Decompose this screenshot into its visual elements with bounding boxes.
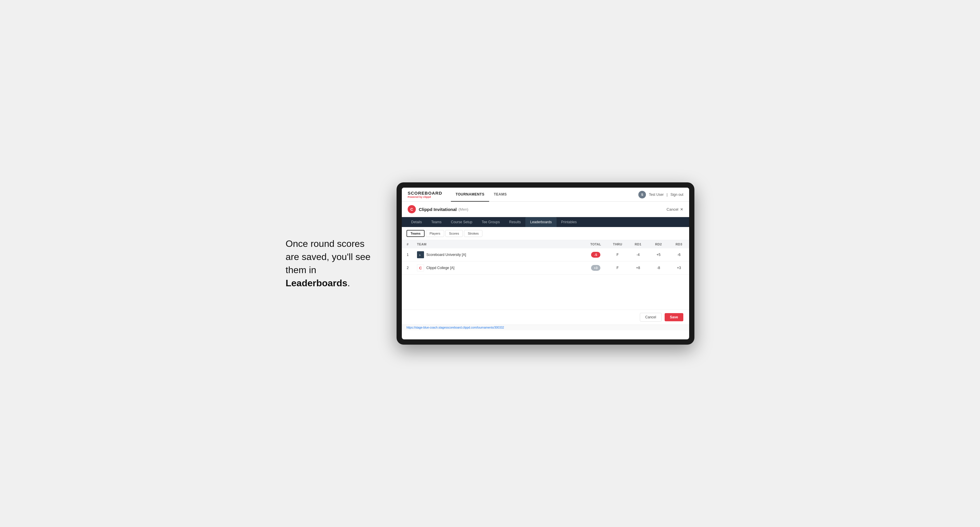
logo-text: SCOREBOARD: [408, 190, 442, 195]
nav-tournaments[interactable]: Tournaments: [451, 187, 489, 202]
cancel-button-top[interactable]: Cancel ✕: [667, 207, 683, 211]
cell-rank: 1: [402, 248, 414, 262]
team-name: Scoreboard University [A]: [426, 253, 466, 257]
tab-teams[interactable]: Teams: [426, 217, 446, 227]
tab-leaderboards[interactable]: Leaderboards: [525, 217, 556, 227]
tournament-gender: (Men): [458, 207, 468, 211]
cell-total: +3: [584, 262, 608, 275]
col-rd3: RD3: [669, 240, 689, 248]
user-name: Test User: [649, 193, 664, 197]
tournament-icon: C: [408, 205, 416, 213]
spacer: [402, 275, 689, 310]
logo-sub-brand: clippd: [423, 195, 431, 198]
filter-strokes[interactable]: Strokes: [464, 230, 482, 237]
cell-rd1: +8: [628, 262, 648, 275]
cancel-button-footer[interactable]: Cancel: [640, 313, 662, 322]
nav-links: Tournaments Teams: [451, 187, 638, 202]
tab-course-setup[interactable]: Course Setup: [446, 217, 477, 227]
cancel-label: Cancel: [667, 207, 678, 211]
save-button-footer[interactable]: Save: [665, 313, 683, 321]
table-row: 2CClippd College [A]+3F+8-8+3: [402, 262, 689, 275]
tablet-device: SCOREBOARD Powered by clippd Tournaments…: [396, 183, 694, 344]
cell-rd2: +5: [648, 248, 669, 262]
tab-tee-groups[interactable]: Tee Groups: [477, 217, 504, 227]
cell-rank: 2: [402, 262, 414, 275]
col-rd1: RD1: [628, 240, 648, 248]
team-logo-icon: C: [417, 264, 424, 271]
cell-rd3: -6: [669, 248, 689, 262]
cell-thru: F: [608, 262, 628, 275]
col-rank: #: [402, 240, 414, 248]
filter-scores[interactable]: Scores: [445, 230, 463, 237]
filter-bar: Teams Players Scores Strokes: [402, 227, 689, 240]
sidebar-text-line1: Once round scores are saved, you'll see …: [286, 238, 371, 275]
sidebar-leaderboards-emphasis: Leaderboards: [286, 278, 347, 288]
top-navigation: SCOREBOARD Powered by clippd Tournaments…: [402, 187, 689, 202]
filter-teams[interactable]: Teams: [406, 230, 425, 237]
logo-subtitle: Powered by clippd: [408, 195, 442, 198]
team-logo-icon: S: [417, 251, 424, 258]
user-avatar: S: [638, 191, 646, 198]
tab-results[interactable]: Results: [504, 217, 525, 227]
cell-rd1: -4: [628, 248, 648, 262]
sign-out-link[interactable]: Sign out: [670, 193, 683, 197]
col-total: Total: [584, 240, 608, 248]
leaderboard-table: # Team Total Thru RD1 RD2 RD3 1SScoreboa…: [402, 240, 689, 275]
close-icon[interactable]: ✕: [680, 207, 683, 211]
cell-total: -5: [584, 248, 608, 262]
col-team: Team: [414, 240, 584, 248]
sidebar-description: Once round scores are saved, you'll see …: [286, 237, 379, 289]
nav-separator: |: [667, 193, 668, 197]
logo-sub-prefix: Powered by: [408, 195, 423, 198]
filter-players[interactable]: Players: [426, 230, 444, 237]
svg-text:S: S: [419, 254, 420, 257]
cell-rd2: -8: [648, 262, 669, 275]
cell-team: SScoreboard University [A]: [414, 248, 584, 262]
cell-thru: F: [608, 248, 628, 262]
url-bar: https://stage-blue-coach.stagesscoreboar…: [402, 324, 689, 330]
table-row: 1SScoreboard University [A]-5F-4+5-6: [402, 248, 689, 262]
table-header-row: # Team Total Thru RD1 RD2 RD3: [402, 240, 689, 248]
team-name: Clippd College [A]: [426, 266, 454, 270]
tab-bar: Details Teams Course Setup Tee Groups Re…: [402, 217, 689, 227]
cell-rd3: +3: [669, 262, 689, 275]
tournament-header: C Clippd Invitational (Men) Cancel ✕: [402, 202, 689, 217]
tab-printables[interactable]: Printables: [557, 217, 581, 227]
tab-details[interactable]: Details: [406, 217, 426, 227]
tablet-screen: SCOREBOARD Powered by clippd Tournaments…: [402, 187, 689, 340]
col-rd2: RD2: [648, 240, 669, 248]
logo-area: SCOREBOARD Powered by clippd: [408, 190, 442, 198]
cell-team: CClippd College [A]: [414, 262, 584, 275]
tournament-name: Clippd Invitational: [419, 207, 457, 212]
sidebar-period: .: [347, 278, 350, 288]
col-thru: Thru: [608, 240, 628, 248]
footer-bar: Cancel Save: [402, 310, 689, 324]
nav-teams[interactable]: Teams: [489, 187, 512, 202]
nav-right: S Test User | Sign out: [638, 191, 683, 198]
